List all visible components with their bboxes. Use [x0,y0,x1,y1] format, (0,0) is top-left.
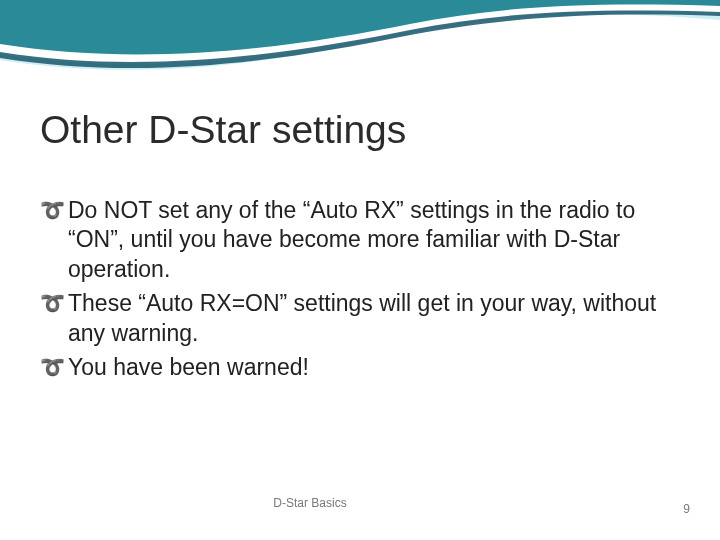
list-item: ➰ These “Auto RX=ON” settings will get i… [40,289,680,348]
list-item: ➰ Do NOT set any of the “Auto RX” settin… [40,196,680,284]
slide-title: Other D-Star settings [40,108,680,152]
bullet-text: These “Auto RX=ON” settings will get in … [68,289,680,348]
bullet-icon: ➰ [40,198,65,224]
bullet-icon: ➰ [40,355,65,381]
list-item: ➰ You have been warned! [40,353,680,382]
slide-content: Other D-Star settings ➰ Do NOT set any o… [40,108,680,388]
page-number: 9 [683,502,690,516]
bullet-icon: ➰ [40,291,65,317]
wave-banner [0,0,720,110]
footer: D-Star Basics 9 [0,496,720,516]
footer-label: D-Star Basics [0,496,670,510]
bullet-text: Do NOT set any of the “Auto RX” settings… [68,196,680,284]
bullet-list: ➰ Do NOT set any of the “Auto RX” settin… [40,196,680,383]
bullet-text: You have been warned! [68,353,680,382]
